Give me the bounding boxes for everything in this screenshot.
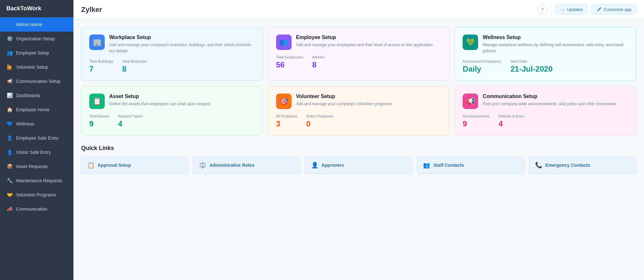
card-stats: Total Buildings 7 Total Branches 8 (89, 59, 255, 74)
sidebar-item-dashboards[interactable]: 📊 Dashboards › (0, 88, 73, 103)
card-desc: Manage workplace wellness by defining se… (483, 42, 628, 54)
card-desc: Define the assets that employees can ava… (109, 101, 210, 107)
quick-link-admin-roles[interactable]: ⚖️ Administrative Roles (193, 156, 300, 174)
app-logo: BackToWork (0, 0, 73, 17)
communication-icon: 📣 (6, 206, 13, 212)
sidebar-label-communication-setup: Communication Setup (16, 79, 61, 84)
chevron-icon: › (66, 122, 67, 126)
approval-setup-icon: 📋 (87, 162, 94, 169)
card-asset-setup[interactable]: 📋 Asset Setup Define the assets that emp… (81, 86, 263, 136)
chevron-icon: › (66, 193, 67, 197)
quick-link-emergency-contacts[interactable]: 📞 Emergency Contacts (529, 156, 636, 174)
sidebar-item-communication-setup[interactable]: 📢 Communication Setup (0, 74, 73, 88)
chevron-icon: › (66, 179, 67, 183)
chevron-icon: › (66, 165, 67, 168)
stat-admins: Admins 8 (312, 55, 324, 69)
main-content: Zylker ? ☁️ Updates 🖊️ Customize app 🏢 W… (73, 0, 644, 280)
card-stats: Assessment Frequency Daily Start Date 21… (463, 59, 628, 74)
sidebar-item-wellness[interactable]: 💙 Wellness › (0, 117, 73, 131)
stat-active-programs: Active Programs 0 (306, 114, 333, 128)
employee-home-icon: 🏠 (6, 107, 13, 113)
card-wellness-setup[interactable]: 💚 Wellness Setup Manage workplace wellne… (455, 27, 636, 81)
employee-safe-entry-icon: 👤 (6, 135, 13, 141)
card-title: Volunteer Setup (296, 94, 392, 99)
visitor-safe-entry-icon: 👤 (6, 149, 13, 155)
sidebar-item-org-setup[interactable]: ⚙️ Organization Setup › (0, 32, 73, 46)
quick-links-grid: 📋 Approval Setup ⚖️ Administrative Roles… (81, 156, 636, 174)
org-setup-icon: ⚙️ (6, 36, 13, 42)
stat-assessment-frequency: Assessment Frequency Daily (463, 59, 501, 74)
sidebar-item-communication[interactable]: 📣 Communication › (0, 202, 73, 216)
sidebar-label-admin-home: Admin Home (16, 22, 42, 27)
card-volunteer-setup[interactable]: 🎯 Volunteer Setup Add and manage your co… (268, 86, 450, 136)
sidebar-item-employee-safe-entry[interactable]: 👤 Employee Safe Entry › (0, 131, 73, 145)
chevron-icon: › (66, 136, 67, 140)
quick-link-approvers[interactable]: 👤 Approvers (305, 156, 412, 174)
card-header: 👥 Employee Setup Add and manage your emp… (276, 35, 442, 50)
maintenance-requests-icon: 🔧 (6, 178, 13, 184)
staff-contacts-icon: 👥 (423, 162, 430, 169)
cloud-icon: ☁️ (560, 7, 565, 12)
stat-policies-&-docs: Policies & Docs 4 (498, 114, 524, 128)
sidebar-item-volunteer-setup[interactable]: 🙋 Volunteer Setup (0, 60, 73, 74)
volunteer-programs-icon: 🤝 (6, 192, 13, 198)
stat-start-date: Start Date 21-Jul-2020 (511, 59, 553, 74)
stat-all-programs: All Programs 3 (276, 114, 297, 128)
card-header: 📢 Communication Setup Post your company-… (463, 94, 628, 109)
approvers-icon: 👤 (311, 162, 318, 169)
card-workplace-setup[interactable]: 🏢 Workplace Setup Add and manage your co… (81, 27, 263, 81)
sidebar-label-employee-safe-entry: Employee Safe Entry (16, 135, 59, 141)
workplace-setup-icon: 🏢 (89, 35, 105, 50)
sidebar-item-admin-home[interactable]: 👤 Admin Home (0, 17, 73, 32)
card-header: 💚 Wellness Setup Manage workplace wellne… (463, 35, 628, 54)
admin-home-icon: 👤 (6, 22, 13, 27)
wellness-setup-icon: 💚 (463, 35, 478, 50)
sidebar-item-employee-setup[interactable]: 👥 Employee Setup › (0, 46, 73, 60)
sidebar-item-maintenance-requests[interactable]: 🔧 Maintenance Requests › (0, 174, 73, 188)
stat-announcements: Announcements 9 (463, 114, 489, 128)
sidebar-item-visitor-safe-entry[interactable]: 👤 Visitor Safe Entry › (0, 145, 73, 159)
quick-link-staff-contacts[interactable]: 👥 Staff Contacts (417, 156, 524, 174)
card-stats: Total Employees 56 Admins 8 (276, 55, 442, 69)
card-title: Asset Setup (109, 94, 210, 99)
sidebar-label-asset-requests: Asset Requests (16, 164, 48, 169)
admin-roles-icon: ⚖️ (199, 162, 206, 169)
chevron-icon: › (66, 150, 67, 154)
help-button[interactable]: ? (538, 5, 547, 15)
quick-link-label-admin-roles: Administrative Roles (209, 163, 254, 168)
card-desc: Add and manage your company's volunteer … (296, 101, 392, 107)
updates-button[interactable]: ☁️ Updates (555, 5, 588, 15)
card-desc: Add and manage your company's branches, … (109, 42, 255, 54)
sidebar-item-volunteer-programs[interactable]: 🤝 Volunteer Programs › (0, 188, 73, 202)
card-employee-setup[interactable]: 👥 Employee Setup Add and manage your emp… (268, 27, 450, 81)
sidebar-label-org-setup: Organization Setup (16, 36, 55, 41)
quick-links-section: Quick Links 📋 Approval Setup ⚖️ Administ… (81, 145, 636, 174)
card-title: Communication Setup (483, 94, 616, 99)
page-title: Zylker (81, 5, 102, 14)
card-desc: Add and manage your employees and their … (296, 42, 433, 48)
asset-requests-icon: 📦 (6, 164, 13, 169)
stat-request-types: Request Types 4 (118, 114, 143, 128)
quick-link-label-staff-contacts: Staff Contacts (433, 163, 464, 168)
card-stats: Total Assets 9 Request Types 4 (89, 114, 255, 128)
quick-link-approval-setup[interactable]: 📋 Approval Setup (81, 156, 188, 174)
sidebar-item-employee-home[interactable]: 🏠 Employee Home (0, 103, 73, 117)
employee-setup-icon: 👥 (6, 50, 13, 56)
stat-total-assets: Total Assets 9 (89, 114, 109, 128)
sidebar-label-employee-setup: Employee Setup (16, 50, 49, 55)
customize-button[interactable]: 🖊️ Customize app (591, 5, 636, 15)
quick-link-label-approval-setup: Approval Setup (98, 163, 131, 168)
sidebar-label-communication: Communication (16, 206, 47, 212)
sidebar-label-maintenance-requests: Maintenance Requests (16, 178, 62, 183)
sidebar-label-volunteer-setup: Volunteer Setup (16, 65, 48, 70)
sidebar-label-wellness: Wellness (16, 121, 34, 126)
chevron-icon: › (66, 207, 67, 211)
communication-setup-icon: 📢 (463, 94, 478, 109)
quick-link-label-approvers: Approvers (322, 163, 344, 168)
card-header: 🎯 Volunteer Setup Add and manage your co… (276, 94, 442, 109)
content-area: 🏢 Workplace Setup Add and manage your co… (73, 19, 644, 280)
sidebar-item-asset-requests[interactable]: 📦 Asset Requests › (0, 159, 73, 174)
card-communication-setup[interactable]: 📢 Communication Setup Post your company-… (455, 86, 636, 136)
quick-links-title: Quick Links (81, 145, 636, 152)
sidebar-label-volunteer-programs: Volunteer Programs (16, 192, 56, 197)
